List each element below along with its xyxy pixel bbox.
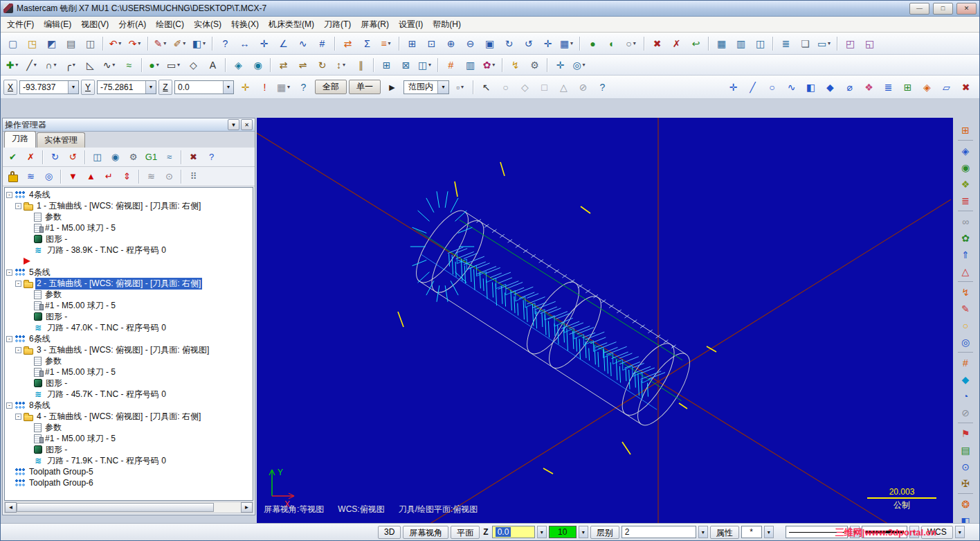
mr-half-icon[interactable]: ◧ (956, 513, 976, 523)
color-selector[interactable]: 10 (549, 526, 577, 538)
tool-manager-icon[interactable]: ◫▾ (416, 56, 435, 73)
wireframe-icon[interactable]: ○▾ (622, 35, 641, 52)
x-dropdown-icon[interactable]: ▾ (68, 81, 78, 94)
color-dropdown-icon[interactable]: ▾ (579, 526, 588, 538)
wcs-cube-icon[interactable]: ◱ (860, 35, 879, 52)
scroll-left-icon[interactable]: ◄ (5, 502, 17, 513)
tab-solids[interactable]: 实体管理 (37, 132, 85, 148)
select-cursor-icon[interactable]: ↖ (477, 78, 496, 96)
select-last-icon[interactable]: ► (383, 78, 401, 96)
toolpath-group-row[interactable]: Toolpath Group-6 (5, 477, 253, 488)
opman-header[interactable]: 操作管理器 ▼ ✕ (3, 118, 255, 132)
z-coordinate-input[interactable]: 0.0▾ (174, 80, 234, 94)
dropdown-arrow-icon[interactable]: ▾ (181, 41, 187, 46)
mr-bolt-icon[interactable]: ↯ (956, 284, 976, 300)
qm-result-mask-icon[interactable]: ◈ (918, 78, 936, 96)
insert-arrow-up-icon[interactable]: ▲ (82, 168, 100, 184)
dropdown-arrow-icon[interactable]: ▾ (286, 85, 291, 90)
named-views-icon[interactable]: ▦▾ (558, 35, 577, 52)
solids-revolve-icon[interactable]: ◉ (248, 56, 267, 73)
range-dropdown-icon[interactable]: ▾ (437, 81, 448, 94)
dropdown-arrow-icon[interactable]: ▾ (201, 41, 207, 46)
toolpath-group-row[interactable]: Toolpath Group-5 (5, 466, 253, 477)
save-file-icon[interactable]: ◩ (42, 35, 61, 52)
wcs-dropdown-icon[interactable]: ▾ (955, 526, 965, 538)
xform-mirror-icon[interactable]: ⇄ (338, 35, 357, 52)
fastpoint-icon[interactable]: ✛ (236, 78, 255, 96)
attribute-fill-icon[interactable]: ◧▾ (190, 35, 209, 52)
analyze-entity-icon[interactable]: ? (216, 35, 235, 52)
dropdown-arrow-icon[interactable]: ▾ (387, 41, 392, 46)
regen-all-icon[interactable]: ↺ (64, 149, 82, 165)
qm-color-mask-icon[interactable]: ❖ (860, 78, 878, 96)
dropdown-arrow-icon[interactable]: ▾ (117, 41, 122, 46)
point-style-selector[interactable]: * (741, 526, 762, 538)
dropdown-arrow-icon[interactable]: ▾ (569, 41, 574, 46)
select-single-button[interactable]: 单一 (349, 80, 381, 94)
analyze-angle-icon[interactable]: ∠ (274, 35, 293, 52)
chook-icon[interactable]: # (442, 56, 460, 73)
dropdown-arrow-icon[interactable]: ▾ (826, 41, 832, 46)
dynamic-rotate-icon[interactable]: ↺ (519, 35, 538, 52)
opman-options-icon[interactable]: ⠿ (185, 168, 202, 184)
create-fillet-icon[interactable]: ╭▾ (62, 56, 80, 73)
qm-level-mask-icon[interactable]: ≣ (879, 78, 898, 96)
select-help-icon[interactable]: ? (593, 78, 612, 96)
dropdown-arrow-icon[interactable]: ▾ (136, 41, 142, 46)
expander-icon[interactable]: - (15, 203, 21, 209)
qm-all-splines-icon[interactable]: ∿ (782, 78, 801, 96)
analyze-distance-icon[interactable]: ↔ (235, 35, 254, 52)
autocursor-icon[interactable]: ◎▾ (570, 56, 589, 73)
delete-ops-icon[interactable]: ✖ (185, 149, 202, 165)
mr-dot-icon[interactable]: ⊙ (956, 459, 976, 475)
create-chamfer-icon[interactable]: ◺ (81, 56, 100, 73)
qm-all-points-icon[interactable]: ✛ (724, 78, 743, 96)
mr-flower-icon[interactable]: ✿ (956, 230, 976, 246)
analyze-chain-icon[interactable]: ∿ (293, 35, 312, 52)
zoom-in-icon[interactable]: ⊕ (442, 35, 460, 52)
menu-settings[interactable]: 设置(I) (394, 17, 428, 33)
mr-flag-icon[interactable]: ⚑ (956, 425, 976, 441)
dropdown-arrow-icon[interactable]: ▾ (71, 62, 77, 68)
title-bar[interactable]: Mastercam 铣削 X7 MU1 C:\USERS\MUCHNG\DESK… (1, 1, 979, 17)
zoom-target-icon[interactable]: ⊡ (422, 35, 441, 52)
dropdown-arrow-icon[interactable]: ▾ (14, 62, 19, 68)
select-edge-icon[interactable]: ◇ (516, 78, 534, 96)
select-body-icon[interactable]: △ (554, 78, 573, 96)
zoom-window-icon[interactable]: ⊞ (403, 35, 421, 52)
open-file-icon[interactable]: ◳ (23, 35, 42, 52)
toggle-rapid-display-icon[interactable]: ◎ (40, 168, 57, 184)
op-parameters-row[interactable]: 参数 (23, 289, 253, 300)
level-button[interactable]: 层别 (590, 526, 619, 539)
attribute-style-icon[interactable]: ✐▾ (171, 35, 190, 52)
z-depth-dropdown-icon[interactable]: ▾ (537, 526, 547, 538)
menu-analyze[interactable]: 分析(A) (114, 17, 151, 33)
mr-circle-icon[interactable]: ○ (956, 317, 976, 333)
minimize-button[interactable]: — (909, 3, 929, 15)
z-depth-input[interactable]: 0.0 (492, 526, 535, 538)
op-tool-row[interactable]: #1 - M5.00 球刀 - 5 (23, 222, 253, 233)
create-curve-icon[interactable]: ≈ (120, 56, 138, 73)
expander-icon[interactable]: - (6, 269, 12, 276)
range-select-combo[interactable]: 范围内▾ (403, 80, 449, 94)
display-selected-only-icon[interactable]: ≋ (143, 168, 160, 184)
mr-sun-icon[interactable]: ❂ (956, 496, 976, 512)
operation-row-selected[interactable]: - 2 - 五轴曲线 - [WCS: 俯视图] - [刀具面: 右侧] (14, 278, 253, 289)
art-icon[interactable]: ✿▾ (480, 56, 499, 73)
y-coordinate-label[interactable]: Y (81, 80, 95, 95)
op-tool-row[interactable]: #1 - M5.00 球刀 - 5 (23, 433, 253, 444)
mr-link-icon[interactable]: ∞ (956, 213, 976, 229)
op-geometry-row[interactable]: 图形 - (23, 378, 253, 389)
xform-sum-icon[interactable]: Σ (358, 35, 376, 52)
dropdown-arrow-icon[interactable]: ▾ (176, 62, 181, 68)
mr-gview-side-icon[interactable]: ≣ (956, 193, 976, 209)
delete-entity-icon[interactable]: ✖ (648, 35, 666, 52)
menu-edit[interactable]: 编辑(E) (39, 17, 76, 33)
qm-group-mask-icon[interactable]: ⊞ (898, 78, 917, 96)
stock-setup-icon[interactable]: ⊠ (397, 56, 415, 73)
menu-screen[interactable]: 屏幕(R) (356, 17, 394, 33)
select-vertex-icon[interactable]: ○ (496, 78, 515, 96)
post-g1-icon[interactable]: G1 (143, 149, 160, 165)
analyze-dynamic-icon[interactable]: ✛ (255, 35, 273, 52)
zoom-out-icon[interactable]: ⊖ (461, 35, 480, 52)
